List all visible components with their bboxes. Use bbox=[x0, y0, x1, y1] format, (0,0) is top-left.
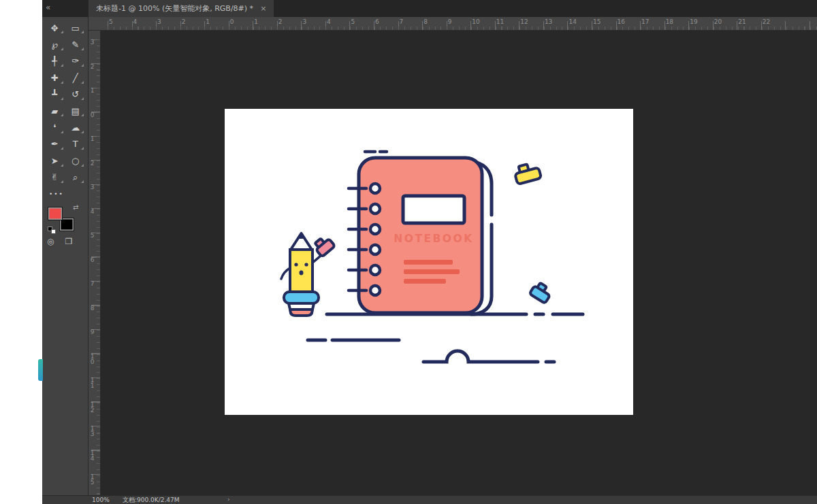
eyedropper-tool[interactable]: ✑ bbox=[65, 53, 86, 69]
collapse-panels-button[interactable]: « bbox=[46, 3, 50, 12]
v-ruler-label: 5 bbox=[90, 233, 95, 238]
v-ruler-label: 8 bbox=[90, 305, 95, 311]
swap-colors-icon[interactable]: ⇄ bbox=[73, 204, 78, 211]
zoom-level-field[interactable]: 100% bbox=[92, 497, 110, 503]
rectangular-marquee-tool[interactable]: ▭ bbox=[65, 20, 86, 36]
history-brush-tool[interactable]: ↺ bbox=[65, 86, 86, 103]
h-ruler-label: 5 bbox=[351, 19, 355, 25]
v-ruler-label: 13 bbox=[90, 426, 95, 437]
default-bg-mini bbox=[51, 229, 56, 234]
lasso-tool[interactable]: ℘ bbox=[44, 36, 65, 52]
v-ruler-label: 14 bbox=[90, 450, 95, 461]
v-ruler-label: 4 bbox=[90, 209, 95, 214]
h-ruler-label: 18 bbox=[666, 19, 673, 25]
h-ruler-label: 4 bbox=[327, 19, 331, 25]
h-ruler-label: 3 bbox=[157, 19, 161, 25]
v-ruler-label: 1 bbox=[90, 88, 95, 93]
h-ruler-label: 5 bbox=[109, 19, 113, 25]
horizontal-ruler[interactable]: 5432101234567891011121314151617181920212… bbox=[89, 17, 817, 31]
v-ruler-label: 7 bbox=[90, 281, 95, 286]
document-tab-title: 未标题-1 @ 100% (矢量智能对象, RGB/8#) * bbox=[96, 3, 253, 14]
h-ruler-label: 10 bbox=[472, 19, 479, 25]
v-ruler-label: 6 bbox=[90, 257, 95, 263]
foreground-swatch[interactable] bbox=[48, 207, 63, 220]
eraser-tool[interactable]: ▰ bbox=[44, 103, 65, 119]
pot-base bbox=[290, 309, 313, 316]
h-ruler-label: 20 bbox=[714, 19, 722, 25]
v-ruler-label: 10 bbox=[90, 354, 95, 365]
h-ruler-label: 6 bbox=[375, 19, 379, 25]
quick-selection-tool[interactable]: ✎ bbox=[65, 36, 86, 52]
photoshop-window: « 未标题-1 @ 100% (矢量智能对象, RGB/8#) * × ✥▭℘✎… bbox=[0, 0, 817, 504]
h-ruler-label: 19 bbox=[690, 19, 697, 25]
v-ruler-label: 0 bbox=[90, 112, 95, 118]
v-ruler-label: 2 bbox=[90, 161, 95, 166]
paper-clip-pink bbox=[313, 235, 335, 257]
color-control: ⇄ bbox=[48, 205, 83, 237]
blur-tool[interactable]: ❛ bbox=[44, 119, 65, 135]
brush-tool[interactable]: ╱ bbox=[65, 69, 86, 86]
v-ruler-label: 11 bbox=[90, 377, 95, 388]
default-colors-icon[interactable] bbox=[48, 225, 57, 234]
h-ruler-label: 11 bbox=[496, 19, 504, 25]
spot-healing-brush-tool[interactable]: ✚ bbox=[44, 69, 65, 86]
h-ruler-label: 3 bbox=[302, 19, 306, 25]
dodge-tool[interactable]: ☁ bbox=[65, 119, 86, 135]
tab-close-icon[interactable]: × bbox=[260, 4, 266, 13]
tool-list: ✥▭℘✎╃✑✚╱┻↺▰▤❛☁✒T➤○✌⌕ bbox=[42, 17, 88, 186]
h-ruler-label: 1 bbox=[206, 19, 210, 25]
h-ruler-label: 22 bbox=[763, 19, 770, 25]
paper-clip-blue bbox=[530, 281, 554, 303]
h-ruler-label: 16 bbox=[618, 19, 625, 25]
vertical-ruler[interactable]: 3210123456789101112131415 bbox=[89, 31, 101, 495]
v-ruler-label: 9 bbox=[90, 329, 95, 335]
v-ruler-label: 3 bbox=[90, 39, 95, 45]
status-popup-chevron[interactable]: › bbox=[227, 497, 230, 503]
tool-panel: ✥▭℘✎╃✑✚╱┻↺▰▤❛☁✒T➤○✌⌕ ••• ⇄ ◎ ❐ bbox=[42, 17, 89, 495]
status-bar: 100% 文档:900.0K/2.47M › bbox=[42, 495, 817, 504]
notebook-illustration: NOTEBOOK bbox=[225, 109, 633, 415]
artboard[interactable]: NOTEBOOK bbox=[225, 109, 633, 415]
h-ruler-label: 21 bbox=[738, 19, 746, 25]
quick-mask-icon[interactable]: ◎ bbox=[47, 237, 54, 246]
h-ruler-label: 4 bbox=[133, 19, 138, 25]
clone-stamp-tool[interactable]: ┻ bbox=[44, 86, 65, 103]
notebook-label: NOTEBOOK bbox=[394, 233, 474, 245]
v-ruler-label: 3 bbox=[90, 184, 95, 190]
h-ruler-label: 0 bbox=[230, 19, 234, 25]
pen-tool[interactable]: ✒ bbox=[44, 136, 65, 152]
h-ruler-label: 17 bbox=[641, 19, 649, 25]
hand-tool[interactable]: ✌ bbox=[44, 169, 65, 186]
ellipse-tool[interactable]: ○ bbox=[65, 152, 86, 169]
type-tool[interactable]: T bbox=[65, 136, 86, 152]
crop-tool[interactable]: ╃ bbox=[44, 53, 65, 69]
v-ruler-label: 12 bbox=[90, 402, 95, 413]
canvas-area[interactable]: NOTEBOOK bbox=[101, 31, 817, 495]
zoom-tool[interactable]: ⌕ bbox=[65, 169, 86, 186]
h-ruler-label: 1 bbox=[254, 19, 258, 25]
pot-rim bbox=[284, 292, 319, 303]
move-tool[interactable]: ✥ bbox=[44, 20, 65, 36]
edit-toolbar-button[interactable]: ••• bbox=[42, 186, 88, 202]
v-ruler-label: 15 bbox=[90, 474, 95, 485]
v-ruler-label: 2 bbox=[90, 64, 95, 69]
ground-lines bbox=[308, 314, 583, 362]
h-ruler-label: 9 bbox=[448, 19, 452, 25]
tab-bar: « 未标题-1 @ 100% (矢量智能对象, RGB/8#) * × bbox=[42, 0, 817, 17]
h-ruler-label: 2 bbox=[278, 19, 283, 25]
v-ruler-label: 1 bbox=[90, 136, 95, 141]
h-ruler-label: 12 bbox=[520, 19, 528, 25]
h-ruler-label: 15 bbox=[593, 19, 600, 25]
h-ruler-label: 8 bbox=[423, 19, 428, 25]
path-selection-tool[interactable]: ➤ bbox=[44, 152, 65, 169]
gradient-tool[interactable]: ▤ bbox=[65, 103, 86, 119]
document-tab[interactable]: 未标题-1 @ 100% (矢量智能对象, RGB/8#) * × bbox=[89, 0, 274, 17]
h-ruler-label: 13 bbox=[545, 19, 552, 25]
screen-mode-icon[interactable]: ❐ bbox=[65, 237, 72, 246]
h-ruler-label: 14 bbox=[568, 19, 576, 25]
document-size-info: 文档:900.0K/2.47M bbox=[123, 497, 180, 503]
collapsed-panel-tab[interactable] bbox=[38, 359, 43, 381]
paper-clip-yellow bbox=[513, 162, 541, 184]
h-ruler-label: 7 bbox=[400, 19, 404, 25]
notebook-label-box bbox=[403, 196, 464, 223]
